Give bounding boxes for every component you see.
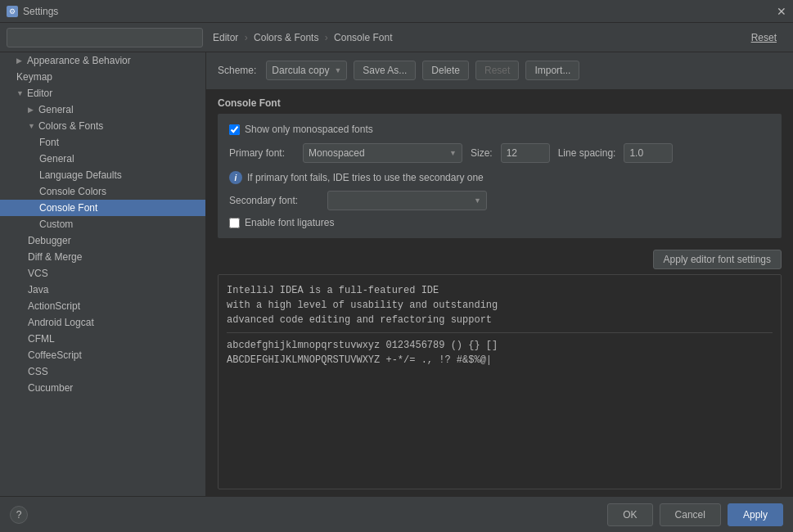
sidebar-item-label: Android Logcat [28,317,94,328]
sidebar-item-label: Java [28,284,48,295]
sidebar-item-label: Diff & Merge [28,251,82,263]
delete-button[interactable]: Delete [422,61,469,80]
breadcrumb-editor[interactable]: Editor [213,32,238,43]
sidebar-item-label: Debugger [28,235,71,246]
sidebar-item-android-logcat[interactable]: Android Logcat [0,314,205,331]
monospaced-row: Show only monospaced fonts [229,120,770,138]
sidebar-item-editor[interactable]: ▼ Editor [0,85,205,101]
primary-font-value: Monospaced [309,147,365,159]
size-input[interactable] [501,143,550,163]
arrow-down-icon: ▼ [16,89,24,97]
sidebar-item-diff-merge[interactable]: Diff & Merge [0,249,205,265]
sidebar-item-java[interactable]: Java [0,282,205,298]
sidebar-item-label: CSS [28,366,48,377]
sidebar-item-label: ActionScript [28,300,80,312]
sidebar-item-appearance[interactable]: ▶ Appearance & Behavior [0,52,205,69]
breadcrumb-sep2: › [325,32,331,43]
bottom-right: OK Cancel Apply [607,503,783,526]
sidebar-item-cfml[interactable]: CFML [0,331,205,347]
sidebar-item-css[interactable]: CSS [0,363,205,380]
preview-line4: abcdefghijklmnopqrstuvwxyz 0123456789 ()… [227,338,773,353]
scheme-value: Darcula copy [272,65,329,76]
apply-editor-font-settings-button[interactable]: Apply editor font settings [653,250,782,269]
sidebar-item-label: Editor [27,88,52,99]
sidebar-item-actionscript[interactable]: ActionScript [0,298,205,314]
search-input[interactable] [7,28,203,47]
sidebar-item-label: CoffeeScript [28,349,82,361]
save-as-button[interactable]: Save As... [354,61,416,80]
info-text: If primary font fails, IDE tries to use … [247,172,484,183]
line-spacing-label: Line spacing: [558,147,616,159]
primary-font-label: Primary font: [229,147,295,159]
info-icon: i [229,171,242,184]
sidebar-item-coffeescript[interactable]: CoffeeScript [0,347,205,363]
top-bar: Editor › Colors & Fonts › Console Font R… [0,23,793,52]
sidebar-item-label: Keymap [16,71,52,83]
breadcrumb-area: Editor › Colors & Fonts › Console Font R… [203,32,786,43]
line-spacing-input[interactable] [624,143,673,163]
ligatures-label[interactable]: Enable font ligatures [245,217,334,228]
sidebar: ▶ Appearance & Behavior Keymap ▼ Editor … [0,52,206,496]
monospaced-label[interactable]: Show only monospaced fonts [245,124,373,135]
sidebar-item-label: Cucumber [28,382,73,394]
arrow-icon: ▶ [28,106,34,114]
sidebar-item-label: CFML [28,333,55,345]
ok-button[interactable]: OK [607,503,652,526]
title-bar: ⚙ Settings ✕ [0,0,793,23]
content-area: ▶ Appearance & Behavior Keymap ▼ Editor … [0,52,793,496]
sidebar-item-general[interactable]: ▶ General [0,101,205,118]
sidebar-item-cucumber[interactable]: Cucumber [0,380,205,396]
preview-line5: ABCDEFGHIJKLMNOPQRSTUVWXYZ +-*/= ., !? #… [227,353,773,367]
apply-button[interactable]: Apply [728,503,783,526]
main-layout: Editor › Colors & Fonts › Console Font R… [0,23,793,532]
sidebar-item-label: General [38,104,74,115]
title-bar-left: ⚙ Settings [7,6,58,17]
sidebar-item-custom[interactable]: Custom [0,216,205,232]
ligatures-checkbox[interactable] [229,218,240,228]
size-label: Size: [471,147,493,159]
settings-icon: ⚙ [7,6,18,17]
preview-line1: IntelliJ IDEA is a full-featured IDE [227,283,773,298]
sidebar-item-font[interactable]: Font [0,134,205,151]
section-header: Console Font [206,89,793,114]
preview-line2: with a high level of usability and outst… [227,298,773,313]
sidebar-item-console-colors[interactable]: Console Colors [0,183,205,200]
scheme-label: Scheme: [218,65,256,76]
sidebar-item-language-defaults[interactable]: Language Defaults [0,167,205,183]
scheme-dropdown[interactable]: Darcula copy ▼ [266,61,347,80]
scheme-row: Scheme: Darcula copy ▼ Save As... Delete… [206,52,793,89]
monospaced-checkbox[interactable] [229,124,240,135]
sidebar-item-debugger[interactable]: Debugger [0,232,205,249]
sidebar-item-colors-fonts[interactable]: ▼ Colors & Fonts [0,118,205,134]
breadcrumb-colors-fonts[interactable]: Colors & Fonts [254,32,318,43]
cancel-button[interactable]: Cancel [660,503,721,526]
sidebar-item-label: Colors & Fonts [38,120,103,132]
breadcrumb-sep1: › [245,32,250,43]
sidebar-item-vcs[interactable]: VCS [0,265,205,282]
secondary-font-label: Secondary font: [229,195,319,206]
import-button[interactable]: Import... [525,61,579,80]
preview-area: IntelliJ IDEA is a full-featured IDE wit… [218,274,782,489]
preview-line3: advanced code editing and refactoring su… [227,313,773,327]
close-button[interactable]: ✕ [777,5,786,18]
reset-link[interactable]: Reset [751,32,777,43]
font-settings-block: Show only monospaced fonts Primary font:… [218,114,782,238]
sidebar-item-label: Console Font [39,202,97,214]
sidebar-item-label: Console Colors [39,186,106,197]
bottom-left: ? [10,506,28,524]
reset-button[interactable]: Reset [475,61,519,80]
sidebar-item-general2[interactable]: General [0,151,205,167]
apply-settings-row: Apply editor font settings [206,245,793,274]
dropdown-arrow-icon: ▼ [334,66,341,74]
preview-separator [227,332,773,333]
sidebar-item-keymap[interactable]: Keymap [0,69,205,85]
secondary-font-row: Secondary font: ▼ [229,187,770,214]
arrow-icon: ▶ [16,56,22,65]
secondary-font-dropdown[interactable]: ▼ [327,191,487,210]
sidebar-item-label: Custom [39,219,73,230]
main-panel: Scheme: Darcula copy ▼ Save As... Delete… [206,52,793,496]
help-button[interactable]: ? [10,506,28,524]
font-dropdown-arrow-icon: ▼ [449,149,457,157]
primary-font-dropdown[interactable]: Monospaced ▼ [303,143,462,163]
sidebar-item-console-font[interactable]: Console Font [0,200,205,216]
